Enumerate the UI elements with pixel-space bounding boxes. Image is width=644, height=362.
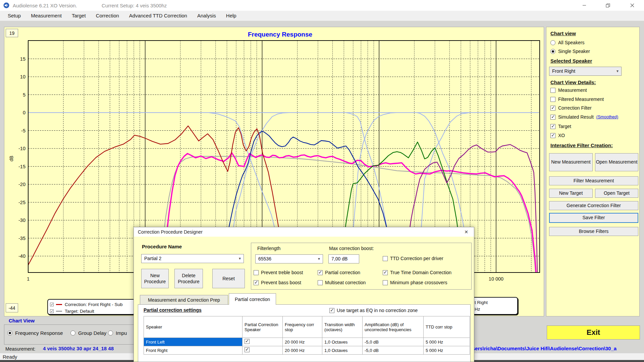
new-target-button[interactable]: New Target	[549, 189, 593, 198]
axis-min-box: -44	[6, 303, 18, 312]
table-row[interactable]: Front Left20 000 Hz1,0 Octaves-5,0 dB5 0…	[144, 338, 470, 346]
option-prevent-treble-boost[interactable]: Prevent treble boost	[254, 270, 303, 275]
tab-measurement-and-correction-prep[interactable]: Measurement and Correction Prep	[140, 295, 228, 305]
checkbox-icon[interactable]	[383, 270, 388, 275]
radio-icon[interactable]	[550, 49, 555, 54]
radio-icon[interactable]	[108, 330, 113, 336]
close-icon[interactable]	[623, 0, 642, 11]
table-header: Partial Correction Speaker	[243, 316, 283, 338]
menu-bar: SetupMeasurementTargetCorrectionAdvanced…	[0, 11, 644, 21]
option-label: Minimum phase crossovers	[390, 280, 447, 285]
menu-item-advanced-ttd-correction[interactable]: Advanced TTD Correction	[124, 11, 192, 21]
option-true-time-domain[interactable]: True Time Domain Correction	[383, 270, 451, 275]
dialog-close-icon[interactable]: ✕	[459, 227, 474, 237]
view-radio-frequency-response[interactable]: Frequency Response	[7, 330, 63, 336]
checkbox-icon[interactable]	[318, 270, 323, 275]
open-target-button[interactable]: Open Target	[595, 189, 638, 198]
partial-correction-cell[interactable]	[243, 338, 283, 346]
menu-item-target[interactable]: Target	[67, 11, 91, 21]
menu-item-setup[interactable]: Setup	[3, 11, 26, 21]
save-filter-button[interactable]: Save Filter	[549, 213, 638, 223]
table-row[interactable]: Front Right20 000 Hz1,0 Octaves-5,0 dB5 …	[144, 346, 470, 355]
max-boost-input[interactable]: 7,00 dB	[328, 254, 359, 263]
menu-item-analysis[interactable]: Analysis	[192, 11, 221, 21]
option-minimum-phase-crossovers[interactable]: Minimum phase crossovers	[383, 280, 447, 285]
freq-cell[interactable]: 20 000 Hz	[283, 346, 322, 355]
option-use-target-as-eq[interactable]: Use target as EQ in no correction zone	[329, 308, 418, 313]
checkbox-icon[interactable]	[383, 256, 388, 261]
generate-correction-filter-button[interactable]: Generate Correction Filter	[549, 201, 638, 210]
detail-check-xo[interactable]: XO	[550, 133, 565, 138]
menu-item-correction[interactable]: Correction	[91, 11, 124, 21]
partial-correction-tab-panel: Partial correction settings Use target a…	[138, 304, 471, 362]
checkbox-icon[interactable]	[254, 270, 259, 275]
new-procedure-button[interactable]: New Procedure	[141, 269, 169, 288]
detail-check-filtered-measurement[interactable]: Filtered Measurement	[550, 97, 604, 102]
checkbox-icon[interactable]	[550, 97, 555, 102]
checkbox-icon[interactable]	[50, 309, 54, 313]
filter-measurement-button[interactable]: Filter Measurement	[549, 176, 638, 185]
partial-correction-table[interactable]: SpeakerPartial Correction SpeakerFrequen…	[144, 316, 470, 355]
chevron-down-icon: ▾	[616, 69, 619, 73]
detail-check-target[interactable]: Target	[550, 124, 571, 129]
view-radio-group-delay[interactable]: Group Delay	[70, 330, 106, 336]
y-tick-label: -5	[21, 128, 25, 133]
option-ttd-per-driver[interactable]: TTD Correction per driver	[383, 256, 443, 261]
smoothed-link[interactable]: (Smoothed)	[596, 115, 618, 119]
amp-cell[interactable]: -5,0 dB	[363, 346, 424, 355]
procedure-name-dropdown[interactable]: Partial 2 ▾	[141, 254, 244, 263]
option-partial-correction[interactable]: Partial correction	[318, 270, 360, 275]
new-measurement-button[interactable]: New Measurement	[549, 153, 593, 171]
radio-icon[interactable]	[7, 330, 12, 336]
browse-filters-button[interactable]: Browse Filters	[549, 227, 638, 236]
chevron-down-icon: ▾	[239, 256, 241, 261]
checkbox-icon[interactable]	[318, 280, 323, 285]
minimize-icon[interactable]	[575, 0, 594, 11]
tab-partial-correction[interactable]: Partial correction	[229, 293, 276, 305]
measurement-value: 4 veis 3500hz 30 apr 24_18 48	[43, 346, 114, 351]
filterlength-dropdown[interactable]: 65536 ▾	[255, 254, 323, 263]
checkbox-icon[interactable]	[329, 308, 334, 313]
radio-icon[interactable]	[70, 330, 75, 336]
partial-correction-cell[interactable]	[243, 346, 283, 355]
selected-speaker-dropdown[interactable]: Front Right ▾	[549, 67, 622, 76]
amp-cell[interactable]: -5,0 dB	[363, 338, 424, 346]
table-header: TTD corr stop	[424, 316, 470, 338]
radio-icon[interactable]	[550, 40, 555, 45]
radio-single-speaker[interactable]: Single Speaker	[550, 49, 590, 54]
view-radio-impu[interactable]: Impu	[108, 330, 127, 336]
ttd-cell[interactable]: 5 000 Hz	[424, 338, 470, 346]
radio-all-speakers[interactable]: All Speakers	[550, 40, 585, 45]
checkbox-icon[interactable]	[550, 106, 555, 111]
checkbox-icon[interactable]	[550, 115, 555, 120]
detail-check-measurement[interactable]: Measurement	[550, 87, 587, 93]
detail-check-correction-filter[interactable]: Correction Filter	[550, 105, 592, 111]
checkbox-icon[interactable]	[550, 124, 555, 129]
detail-check-simulated-result[interactable]: Simulated Result(Smoothed)	[550, 114, 618, 120]
table-header: Amplification (dB) of uncorrected freque…	[363, 316, 424, 338]
delete-procedure-button[interactable]: Delete Procedure	[174, 269, 203, 288]
checkbox-icon[interactable]	[550, 88, 555, 93]
restore-icon[interactable]	[598, 0, 617, 11]
trans-cell[interactable]: 1,0 Octaves	[322, 338, 363, 346]
ttd-cell[interactable]: 5 000 Hz	[424, 346, 470, 355]
reset-button[interactable]: Reset	[212, 269, 245, 288]
dialog-title-bar[interactable]: Correction Procedure Designer ✕	[134, 227, 474, 237]
checkbox-icon[interactable]	[245, 347, 250, 352]
freq-cell[interactable]: 20 000 Hz	[283, 338, 322, 346]
option-multiseat-correction[interactable]: Multiseat correction	[318, 280, 366, 285]
option-prevent-bass-boost[interactable]: Prevent bass boost	[254, 280, 301, 285]
menu-item-help[interactable]: Help	[221, 11, 241, 21]
exit-button[interactable]: Exit	[547, 325, 640, 340]
checkbox-icon[interactable]	[383, 280, 388, 285]
speaker-cell[interactable]: Front Right	[144, 346, 243, 355]
trans-cell[interactable]: 1,0 Octaves	[322, 346, 363, 355]
max-boost-label: Max correction boost:	[329, 246, 374, 251]
speaker-cell[interactable]: Front Left	[144, 338, 243, 346]
checkbox-icon[interactable]	[254, 280, 259, 285]
checkbox-icon[interactable]	[50, 303, 54, 306]
menu-item-measurement[interactable]: Measurement	[26, 11, 67, 21]
open-measurement-button[interactable]: Open Measurement	[595, 153, 638, 171]
checkbox-icon[interactable]	[245, 339, 250, 344]
checkbox-icon[interactable]	[550, 133, 555, 138]
